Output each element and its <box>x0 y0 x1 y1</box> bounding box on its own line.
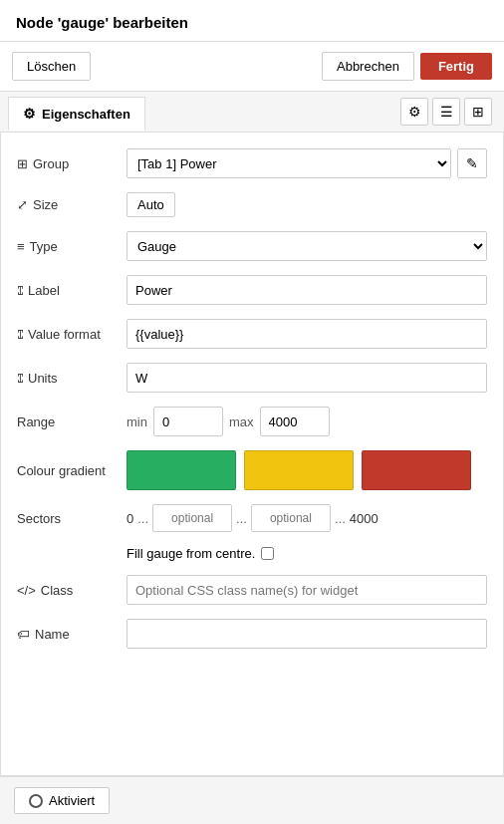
text-icon: Ɪ <box>17 283 23 298</box>
group-row: ⊞ Group [Tab 1] Power ✎ <box>17 148 487 178</box>
group-label: ⊞ Group <box>17 156 126 171</box>
done-button[interactable]: Fertig <box>420 53 492 80</box>
fill-gauge-label: Fill gauge from centre. <box>126 546 255 561</box>
sectors-optional-1[interactable] <box>152 504 232 532</box>
page-title: Node 'gauge' bearbeiten <box>16 14 188 31</box>
class-label: </> Class <box>17 583 126 598</box>
format-icon: Ɪ <box>17 327 23 342</box>
group-edit-button[interactable]: ✎ <box>457 148 487 178</box>
colour-gradient-label: Colour gradient <box>17 463 126 478</box>
range-row: Range min max <box>17 407 487 436</box>
class-input[interactable] <box>126 575 487 605</box>
range-min-input[interactable] <box>153 407 223 436</box>
name-label: 🏷 Name <box>17 627 126 642</box>
code-icon: </> <box>17 583 36 598</box>
grid-icon-button[interactable]: ⊞ <box>464 98 492 126</box>
fill-gauge-checkbox[interactable] <box>261 547 274 560</box>
type-label: ≡ Type <box>17 239 126 254</box>
size-row: ⤢ Size Auto <box>17 192 487 217</box>
sectors-end-value: 4000 <box>350 511 378 526</box>
list-icon: ≡ <box>17 239 25 254</box>
label-input[interactable] <box>126 275 487 305</box>
title-bar: Node 'gauge' bearbeiten <box>0 0 504 42</box>
group-select[interactable]: [Tab 1] Power <box>126 148 451 178</box>
gear-icon: ⚙ <box>23 106 36 122</box>
colour-gradient-row: Colour gradient <box>17 450 487 490</box>
colour-swatch-3[interactable] <box>362 450 471 490</box>
tab-icon-group: ⚙ ☰ ⊞ <box>396 92 496 132</box>
tabs-bar: ⚙ Eigenschaften ⚙ ☰ ⊞ <box>0 92 504 133</box>
units-input[interactable] <box>126 363 487 393</box>
colour-swatch-2[interactable] <box>244 450 354 490</box>
name-input[interactable] <box>126 619 487 649</box>
value-format-row: Ɪ Value format <box>17 319 487 349</box>
resize-icon: ⤢ <box>17 197 28 212</box>
delete-button[interactable]: Löschen <box>12 52 91 81</box>
label-label: Ɪ Label <box>17 283 126 298</box>
fill-gauge-row: Fill gauge from centre. <box>17 546 487 561</box>
circle-icon <box>29 794 43 808</box>
units-label: Ɪ Units <box>17 371 126 386</box>
sectors-dots-3: ... <box>335 511 346 526</box>
range-max-input[interactable] <box>260 407 330 436</box>
sectors-dots-1: ... <box>137 511 148 526</box>
sectors-controls: 0 ... ... ... 4000 <box>126 504 378 532</box>
units-row: Ɪ Units <box>17 363 487 393</box>
type-row: ≡ Type GaugeCompassLevelDonut <box>17 231 487 261</box>
list-icon-button[interactable]: ☰ <box>432 98 460 126</box>
settings-icon-button[interactable]: ⚙ <box>400 98 428 126</box>
sectors-start-value: 0 <box>126 511 133 526</box>
label-row: Ɪ Label <box>17 275 487 305</box>
range-label: Range <box>17 414 126 429</box>
value-format-label: Ɪ Value format <box>17 327 126 342</box>
activate-label: Aktiviert <box>49 793 95 808</box>
colour-swatches <box>126 450 471 490</box>
table-icon: ⊞ <box>17 156 28 171</box>
name-row: 🏷 Name <box>17 619 487 649</box>
value-format-input[interactable] <box>126 319 487 349</box>
tab-properties[interactable]: ⚙ Eigenschaften <box>8 97 145 131</box>
tag-icon: 🏷 <box>17 627 30 642</box>
footer-bar: Aktiviert <box>0 776 504 824</box>
group-control-row: [Tab 1] Power ✎ <box>126 148 487 178</box>
cancel-button[interactable]: Abbrechen <box>322 52 414 81</box>
type-select[interactable]: GaugeCompassLevelDonut <box>126 231 487 261</box>
range-min-label: min <box>126 414 147 429</box>
toolbar: Löschen Abbrechen Fertig <box>0 42 504 92</box>
main-content: ⊞ Group [Tab 1] Power ✎ ⤢ Size Auto ≡ Ty… <box>0 133 504 776</box>
units-icon: Ɪ <box>17 371 23 386</box>
size-auto-button[interactable]: Auto <box>126 192 175 217</box>
class-row: </> Class <box>17 575 487 605</box>
activate-button[interactable]: Aktiviert <box>14 787 110 814</box>
colour-swatch-1[interactable] <box>126 450 236 490</box>
size-label: ⤢ Size <box>17 197 126 212</box>
range-controls: min max <box>126 407 330 436</box>
tab-properties-label: Eigenschaften <box>42 107 130 122</box>
sectors-label: Sectors <box>17 511 126 526</box>
range-max-label: max <box>229 414 254 429</box>
toolbar-right: Abbrechen Fertig <box>322 52 492 81</box>
sectors-dots-2: ... <box>236 511 247 526</box>
sectors-optional-2[interactable] <box>251 504 331 532</box>
sectors-row: Sectors 0 ... ... ... 4000 <box>17 504 487 532</box>
